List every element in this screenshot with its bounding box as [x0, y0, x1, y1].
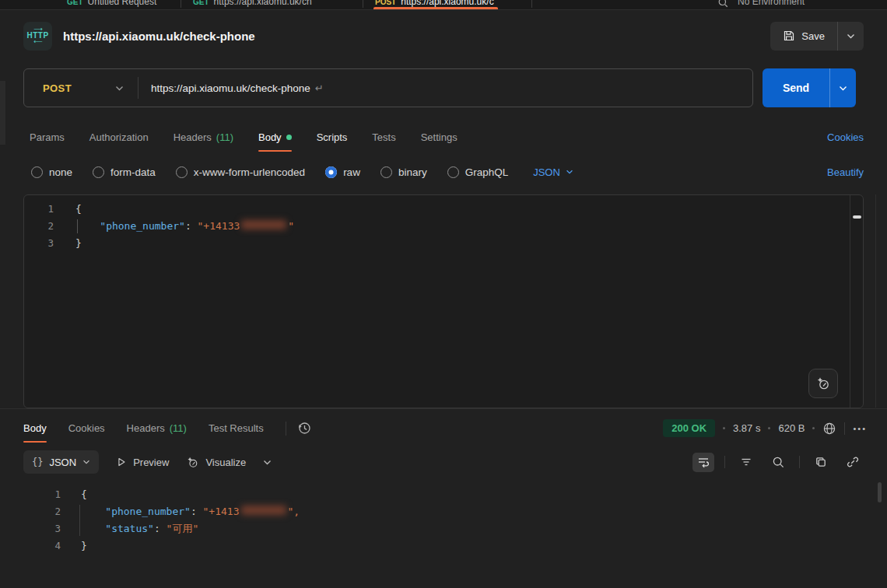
- tab-label: Settings: [421, 131, 458, 143]
- code-line: 3 }: [24, 235, 863, 252]
- cookies-link[interactable]: Cookies: [827, 131, 864, 143]
- request-tab-1[interactable]: GET Untitled Request: [67, 0, 156, 10]
- preview-button[interactable]: Preview: [116, 457, 169, 468]
- chevron-down-icon: [839, 86, 847, 91]
- response-tab-test-results[interactable]: Test Results: [209, 413, 264, 443]
- radio-label: form-data: [110, 166, 156, 178]
- visualize-button[interactable]: Visualize: [186, 456, 246, 469]
- send-options-chevron[interactable]: [829, 68, 856, 107]
- line-number: 3: [24, 235, 54, 252]
- response-scrollbar-thumb[interactable]: [878, 482, 882, 502]
- tab-params[interactable]: Params: [30, 121, 65, 152]
- method-badge-get: GET: [67, 0, 83, 6]
- body-language-dropdown[interactable]: JSON: [533, 166, 573, 178]
- code-token-string: ",: [288, 506, 300, 517]
- tab-body[interactable]: Body: [258, 121, 292, 152]
- active-tab-underline: [373, 7, 498, 9]
- radio-icon: [380, 166, 392, 178]
- save-button[interactable]: Save: [770, 22, 837, 51]
- tab-label: Headers: [174, 131, 212, 143]
- line-number: 2: [23, 503, 61, 520]
- tool-label: Visualize: [205, 457, 246, 468]
- dot-separator: [812, 427, 815, 429]
- response-tab-cookies[interactable]: Cookies: [68, 413, 105, 443]
- dot-separator: [723, 427, 725, 429]
- code-line: 2 "phone_number": "+1413",: [23, 503, 864, 520]
- tab-label: Tests: [372, 131, 395, 143]
- url-input[interactable]: https://api.xiaomu.uk/check-phone↵: [138, 82, 324, 94]
- request-tab-label: https://api.xiaomu.uk/c: [401, 0, 493, 7]
- method-dropdown[interactable]: POST: [24, 82, 138, 94]
- more-options-ellipsis[interactable]: •••: [853, 424, 867, 433]
- radio-graphql[interactable]: GraphQL: [447, 166, 509, 178]
- code-line: 1 {: [23, 486, 864, 503]
- chevron-down-icon: [82, 460, 90, 464]
- environment-selector[interactable]: No Environment: [738, 0, 805, 10]
- tool-label: Preview: [133, 457, 169, 468]
- tab-divider: [531, 0, 532, 8]
- code-token-string: "+14133: [198, 220, 240, 232]
- tab-divider: [363, 0, 363, 8]
- http-request-icon: ⟶ HTTP ⟵: [23, 22, 52, 51]
- request-header: ⟶ HTTP ⟵ https://api.xiaomu.uk/check-pho…: [0, 11, 887, 61]
- response-size[interactable]: 620 B: [778, 422, 805, 434]
- status-badge[interactable]: 200 OK: [663, 419, 715, 437]
- sparkle-orb-icon: [186, 456, 199, 469]
- braces-icon: {}: [32, 457, 43, 467]
- response-time[interactable]: 3.87 s: [733, 422, 760, 434]
- tab-tests[interactable]: Tests: [372, 121, 395, 152]
- filter-button[interactable]: [735, 453, 757, 472]
- link-icon: [847, 456, 859, 468]
- visualize-options-chevron[interactable]: [263, 460, 272, 465]
- code-token-key: "phone_number": [100, 220, 185, 232]
- headers-count: (11): [170, 422, 187, 434]
- network-globe-icon[interactable]: [822, 422, 836, 436]
- editor-right-rail: [875, 194, 876, 408]
- tab-label: Cookies: [68, 422, 105, 434]
- radio-label: GraphQL: [465, 166, 509, 178]
- search-icon[interactable]: [717, 0, 729, 9]
- divider: [799, 456, 800, 468]
- save-options-chevron[interactable]: [837, 22, 864, 51]
- send-button[interactable]: Send: [763, 68, 829, 107]
- tab-label: Body: [23, 422, 47, 434]
- copy-response-button[interactable]: [810, 453, 832, 472]
- copy-icon: [815, 456, 827, 468]
- language-label: JSON: [533, 166, 560, 178]
- response-body-editor[interactable]: 1 { 2 "phone_number": "+1413", 3 "status…: [23, 481, 864, 588]
- line-number: 1: [24, 201, 54, 218]
- postbot-button[interactable]: [808, 369, 838, 398]
- radio-none[interactable]: none: [31, 166, 72, 178]
- search-response-button[interactable]: [767, 453, 789, 472]
- tab-label: Headers: [127, 422, 165, 434]
- floppy-icon: [783, 30, 795, 42]
- request-tab-2[interactable]: GET https://api.xiaomu.uk/ch: [193, 0, 312, 10]
- beautify-link[interactable]: Beautify: [827, 166, 864, 178]
- workspace-tab-strip: GET Untitled Request GET https://api.xia…: [0, 0, 887, 10]
- editor-scrollbar[interactable]: [850, 195, 863, 408]
- radio-raw-selected[interactable]: raw: [325, 166, 360, 178]
- tab-settings[interactable]: Settings: [421, 121, 458, 152]
- code-token: [81, 523, 105, 534]
- scrollbar-thumb[interactable]: [853, 215, 861, 219]
- request-tab-label: https://api.xiaomu.uk/ch: [214, 0, 312, 7]
- request-body-editor[interactable]: 1 { 2 "phone_number": "+14133" 3 }: [23, 194, 864, 408]
- response-meta: 200 OK 3.87 s 620 B •••: [663, 419, 867, 437]
- radio-binary[interactable]: binary: [380, 166, 427, 178]
- code-token: }: [81, 540, 87, 551]
- response-tab-headers[interactable]: Headers(11): [127, 413, 187, 443]
- code-token: :: [191, 506, 203, 517]
- tab-headers[interactable]: Headers(11): [174, 121, 233, 152]
- tab-scripts[interactable]: Scripts: [317, 121, 348, 152]
- response-format-dropdown[interactable]: {} JSON: [23, 450, 99, 474]
- radio-form-data[interactable]: form-data: [93, 166, 156, 178]
- tab-authorization[interactable]: Authorization: [89, 121, 149, 152]
- code-line: 1 {: [24, 201, 863, 218]
- request-title: https://api.xiaomu.uk/check-phone: [63, 30, 255, 43]
- response-history-icon[interactable]: [297, 421, 312, 436]
- response-tab-body[interactable]: Body: [23, 413, 47, 443]
- link-button[interactable]: [842, 453, 864, 472]
- radio-x-www-form-urlencoded[interactable]: x-www-form-urlencoded: [176, 166, 305, 178]
- divider: [724, 456, 725, 468]
- wrap-text-button[interactable]: [692, 453, 714, 472]
